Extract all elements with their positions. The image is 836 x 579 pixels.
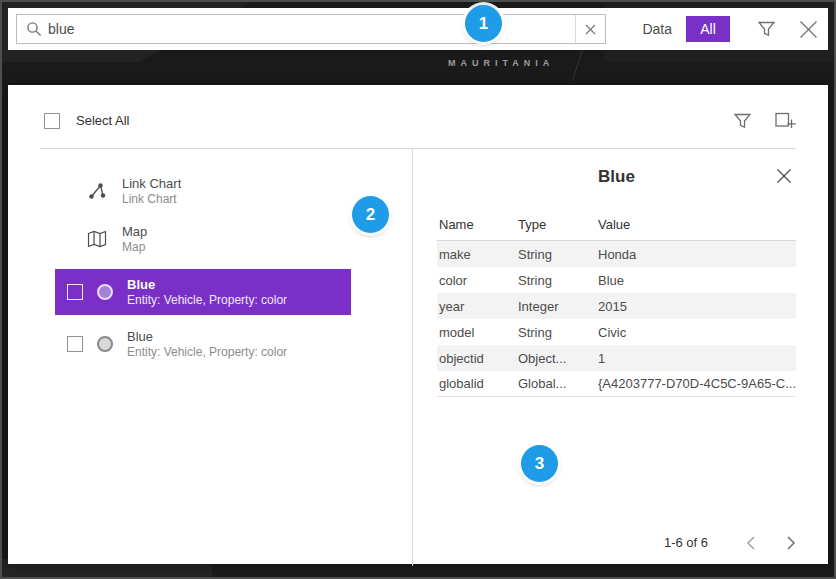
map-icon — [86, 230, 108, 248]
close-search-button[interactable] — [799, 20, 818, 39]
cell-name: year — [437, 299, 518, 314]
table-row: globalid Global... {A4203777-D70D-4C5C-9… — [437, 371, 796, 397]
entity-circle-icon — [97, 284, 113, 300]
cell-name: make — [437, 247, 518, 262]
page-range-label: 1-6 of 6 — [664, 535, 708, 550]
result-checkbox[interactable] — [67, 284, 83, 300]
chevron-left-icon[interactable] — [746, 536, 755, 550]
select-all-label: Select All — [76, 113, 129, 128]
close-icon — [585, 24, 596, 35]
result-subtitle: Map — [122, 240, 147, 255]
result-item-blue[interactable]: Blue Entity: Vehicle, Property: color — [55, 321, 351, 367]
panel-body: Link Chart Link Chart Map Map — [8, 149, 828, 566]
property-table: Name Type Value make String Honda color … — [437, 205, 796, 397]
cell-value: Civic — [598, 325, 796, 340]
results-header: Select All — [8, 85, 828, 148]
table-row: objectid Object... 1 — [437, 345, 796, 371]
cell-type: Global... — [518, 376, 598, 391]
cell-type: String — [518, 273, 598, 288]
detail-title: Blue — [598, 167, 635, 187]
entity-circle-icon — [97, 336, 113, 352]
close-icon — [799, 20, 818, 39]
cell-type: Integer — [518, 299, 598, 314]
column-header-type: Type — [518, 217, 598, 232]
select-all-checkbox[interactable] — [44, 113, 60, 129]
result-item-map[interactable]: Map Map — [8, 215, 412, 263]
close-detail-button[interactable] — [776, 168, 792, 184]
table-row: color String Blue — [437, 267, 796, 293]
filter-icon[interactable] — [758, 21, 775, 37]
result-title: Blue — [127, 277, 287, 293]
table-header-row: Name Type Value — [437, 205, 796, 241]
annotation-badge-1: 1 — [465, 5, 502, 42]
chevron-right-icon[interactable] — [787, 536, 796, 550]
result-checkbox[interactable] — [67, 336, 83, 352]
column-header-value: Value — [598, 217, 796, 232]
table-row: year Integer 2015 — [437, 293, 796, 319]
map-country-label: MAURITANIA — [448, 58, 554, 68]
map-boundary-line — [572, 49, 583, 82]
scope-data-option[interactable]: Data — [642, 21, 672, 37]
cell-value: Blue — [598, 273, 796, 288]
add-selection-icon[interactable] — [775, 111, 796, 130]
cell-name: model — [437, 325, 518, 340]
result-subtitle: Entity: Vehicle, Property: color — [127, 293, 287, 308]
result-title: Map — [122, 224, 147, 240]
cell-name: color — [437, 273, 518, 288]
clear-search-button[interactable] — [575, 15, 605, 43]
pagination: 1-6 of 6 — [664, 535, 796, 550]
close-icon — [776, 168, 792, 184]
table-row: make String Honda — [437, 241, 796, 267]
result-title: Blue — [127, 329, 287, 345]
app-window: MAURITANIA Data All 1 2 3 Select All — [0, 0, 836, 579]
search-icon — [17, 21, 48, 37]
cell-value: 1 — [598, 351, 796, 366]
link-chart-icon — [86, 181, 108, 201]
filter-icon[interactable] — [734, 113, 751, 129]
search-toolbar: Data All — [8, 8, 828, 50]
table-row: model String Civic — [437, 319, 796, 345]
cell-name: globalid — [437, 376, 518, 391]
result-item-blue-selected[interactable]: Blue Entity: Vehicle, Property: color — [55, 269, 351, 315]
result-subtitle: Entity: Vehicle, Property: color — [127, 345, 287, 360]
column-header-name: Name — [437, 217, 518, 232]
detail-panel: Blue Name Type Value make String Honda — [412, 149, 828, 566]
detail-header: Blue — [437, 149, 796, 205]
cell-type: String — [518, 325, 598, 340]
annotation-badge-2: 2 — [352, 196, 389, 233]
cell-value: 2015 — [598, 299, 796, 314]
result-subtitle: Link Chart — [122, 192, 181, 207]
cell-value: Honda — [598, 247, 796, 262]
annotation-badge-3: 3 — [521, 445, 558, 482]
search-input-container — [16, 14, 606, 44]
cell-type: String — [518, 247, 598, 262]
cell-name: objectid — [437, 351, 518, 366]
result-item-link-chart[interactable]: Link Chart Link Chart — [8, 167, 412, 215]
cell-type: Object... — [518, 351, 598, 366]
search-results-panel: Select All Link Chart Link Chart — [8, 85, 828, 564]
scope-all-button[interactable]: All — [686, 16, 730, 42]
result-title: Link Chart — [122, 176, 181, 192]
cell-value: {A4203777-D70D-4C5C-9A65-C... — [598, 376, 796, 391]
